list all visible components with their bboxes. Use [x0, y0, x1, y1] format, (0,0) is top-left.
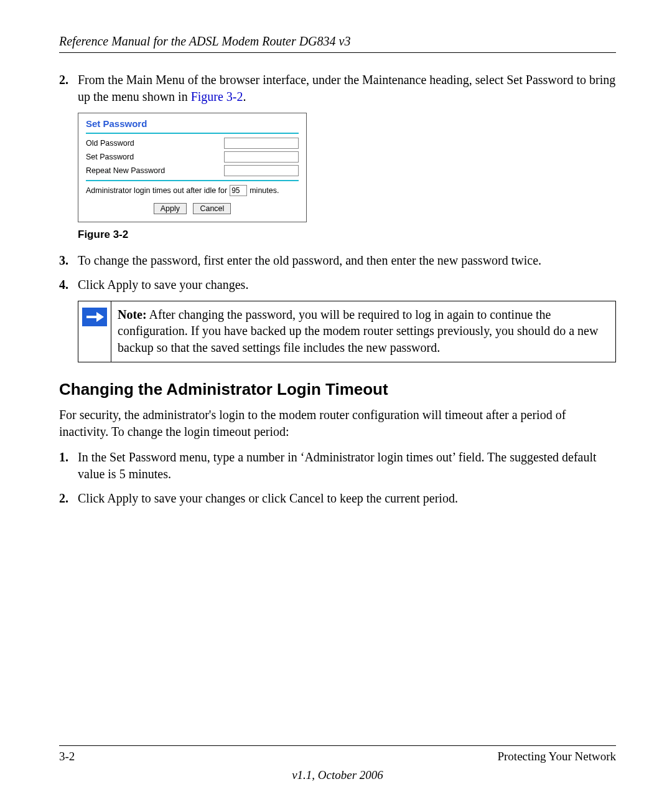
- timeout-input[interactable]: [230, 185, 247, 196]
- arrow-right-icon: [82, 308, 107, 326]
- note-box: Note: After changing the password, you w…: [78, 301, 616, 362]
- repeat-password-input[interactable]: [224, 165, 299, 176]
- step-number: 3.: [59, 252, 78, 269]
- old-password-row: Old Password: [86, 138, 299, 149]
- step-number: 1.: [59, 449, 78, 483]
- step-2: 2. From the Main Menu of the browser int…: [59, 72, 616, 105]
- section-heading: Changing the Administrator Login Timeout: [59, 380, 616, 399]
- section-intro: For security, the administrator's login …: [59, 407, 616, 440]
- divider: [86, 133, 299, 134]
- step-text: In the Set Password menu, type a number …: [78, 449, 616, 483]
- step-text: To change the password, first enter the …: [78, 252, 616, 269]
- step-text: Click Apply to save your changes.: [78, 276, 616, 293]
- step-text-pre: From the Main Menu of the browser interf…: [78, 73, 615, 103]
- step-text: From the Main Menu of the browser interf…: [78, 72, 616, 105]
- page-number: 3-2: [59, 750, 75, 763]
- step-list-a: 2. From the Main Menu of the browser int…: [59, 72, 616, 105]
- step-number: 2.: [59, 490, 78, 507]
- step-b1: 1. In the Set Password menu, type a numb…: [59, 449, 616, 483]
- step-list-b: 1. In the Set Password menu, type a numb…: [59, 449, 616, 507]
- note-body: After changing the password, you will be…: [118, 308, 598, 354]
- running-head: Reference Manual for the ADSL Modem Rout…: [59, 34, 616, 53]
- timeout-label-post: minutes.: [250, 186, 279, 195]
- set-password-panel-wrap: Set Password Old Password Set Password R…: [78, 113, 616, 222]
- old-password-label: Old Password: [86, 139, 134, 148]
- note-label: Note:: [118, 308, 147, 321]
- divider: [86, 180, 299, 181]
- cancel-button[interactable]: Cancel: [193, 203, 231, 214]
- repeat-password-label: Repeat New Password: [86, 166, 165, 175]
- set-password-input[interactable]: [224, 151, 299, 163]
- step-3: 3. To change the password, first enter t…: [59, 252, 616, 269]
- step-b2: 2. Click Apply to save your changes or c…: [59, 490, 616, 507]
- set-password-label: Set Password: [86, 153, 134, 161]
- repeat-password-row: Repeat New Password: [86, 165, 299, 176]
- step-text: Click Apply to save your changes or clic…: [78, 490, 616, 507]
- version-line: v1.1, October 2006: [59, 768, 616, 782]
- timeout-label-pre: Administrator login times out after idle…: [86, 186, 227, 195]
- note-icon-cell: [78, 301, 111, 362]
- chapter-title: Protecting Your Network: [497, 750, 616, 763]
- figure-link[interactable]: Figure 3-2: [191, 90, 243, 103]
- step-list-a-cont: 3. To change the password, first enter t…: [59, 252, 616, 293]
- svg-marker-1: [96, 312, 104, 322]
- button-row: Apply Cancel: [86, 202, 299, 214]
- step-text-post: .: [243, 90, 246, 103]
- old-password-input[interactable]: [224, 138, 299, 149]
- step-number: 4.: [59, 276, 78, 293]
- figure-caption: Figure 3-2: [78, 229, 616, 241]
- panel-title: Set Password: [86, 118, 299, 129]
- step-4: 4. Click Apply to save your changes.: [59, 276, 616, 293]
- page-footer: 3-2 Protecting Your Network v1.1, Octobe…: [59, 745, 616, 782]
- set-password-panel: Set Password Old Password Set Password R…: [78, 113, 307, 222]
- apply-button[interactable]: Apply: [154, 203, 187, 214]
- step-number: 2.: [59, 72, 78, 105]
- note-text: Note: After changing the password, you w…: [111, 301, 615, 362]
- set-password-row: Set Password: [86, 151, 299, 163]
- timeout-row: Administrator login times out after idle…: [86, 185, 299, 196]
